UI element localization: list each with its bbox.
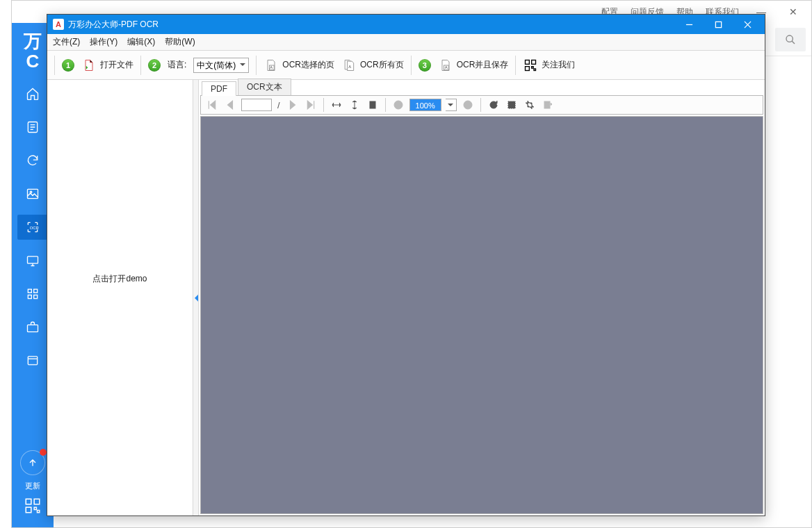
rail-image-icon[interactable] [17,181,48,206]
follow-label: 关注我们 [542,59,575,71]
parent-close-button[interactable]: ✕ [779,3,807,20]
step-3-badge: 3 [419,59,431,72]
open-file-label: 打开文件 [100,59,133,71]
step-1-badge: 1 [62,59,74,72]
rotate-button[interactable] [487,98,501,112]
step-2-badge: 2 [148,59,161,72]
ocr-selected-label: OCR选择的页 [282,59,334,71]
tabs: PDF OCR文本 [199,80,765,95]
maximize-button[interactable] [704,15,733,34]
update-label: 更新 [25,481,40,491]
rail-pdf-icon[interactable] [17,115,48,140]
svg-rect-5 [28,289,31,292]
language-label: 语言: [168,59,186,71]
app-icon [53,19,64,30]
qr-icon [523,58,538,73]
svg-rect-10 [28,356,37,365]
side-panel: 点击打开demo [47,80,193,515]
menu-bar: 文件(Z) 操作(Y) 编辑(X) 帮助(W) [47,34,765,51]
ocr-save-label: OCR并且保存 [457,59,509,71]
tab-ocr-text[interactable]: OCR文本 [238,79,291,95]
svg-rect-11 [26,499,31,504]
svg-rect-29 [508,101,515,108]
update-badge[interactable] [20,450,45,475]
open-demo-link[interactable]: 点击打开demo [92,273,147,285]
svg-text:A: A [348,65,351,69]
svg-point-2 [30,191,32,193]
ocr-all-button[interactable]: A OCR所有页 [341,58,404,73]
crop-button[interactable] [523,98,537,112]
first-page-button[interactable] [205,98,219,112]
fit-height-button[interactable] [348,98,362,112]
page-number-input[interactable] [241,99,272,111]
pdf-ocr-window: 万彩办公大师-PDF OCR 文件(Z) 操作(Y) 编辑(X) 帮助(W) 1… [47,14,765,516]
page-separator: / [276,100,282,110]
window-title: 万彩办公大师-PDF OCR [68,19,159,31]
language-select[interactable]: 中文(简体) [193,58,249,73]
rail-window-icon[interactable] [17,348,48,373]
ocr-pages-icon: A [341,58,357,73]
svg-rect-25 [534,69,536,71]
svg-text:A: A [444,65,447,69]
open-file-button[interactable]: 打开文件 [81,58,133,73]
svg-rect-24 [532,66,534,68]
export-button[interactable] [541,98,555,112]
page-toolbar: / 100% [200,95,763,115]
svg-rect-6 [34,289,38,292]
rail-screen-icon[interactable] [17,248,48,273]
ocr-selected-button[interactable]: A OCR选择的页 [263,58,334,73]
menu-help[interactable]: 帮助(W) [165,36,195,48]
tab-pdf[interactable]: PDF [202,81,236,96]
svg-rect-22 [532,60,536,64]
svg-text:A: A [270,65,273,69]
pdf-viewer[interactable] [200,116,763,514]
svg-rect-4 [28,256,38,263]
svg-rect-9 [28,325,38,332]
svg-point-14 [786,35,793,42]
svg-rect-13 [26,507,31,513]
rail-refresh-icon[interactable] [17,148,48,173]
rail-apps-icon[interactable] [17,281,48,306]
menu-edit[interactable]: 编辑(X) [127,36,155,48]
fit-width-button[interactable] [330,98,343,112]
rail-toolbox-icon[interactable] [17,315,48,340]
svg-rect-15 [715,22,721,27]
brand-logo: 万 C [24,31,42,73]
search-button[interactable] [775,28,806,51]
select-area-button[interactable] [505,98,519,112]
svg-rect-8 [34,295,38,299]
ocr-all-label: OCR所有页 [360,59,404,71]
zoom-out-button[interactable] [391,98,405,112]
zoom-in-button[interactable] [461,98,475,112]
rail-ocr-icon[interactable]: OCR [17,215,48,240]
fit-page-button[interactable] [366,98,380,112]
ocr-save-button[interactable]: A OCR并且保存 [438,58,509,73]
ocr-save-icon: A [438,58,453,73]
prev-page-button[interactable] [223,98,237,112]
ocr-page-icon: A [263,58,279,73]
rail-qr-icon[interactable] [24,497,42,518]
svg-rect-7 [28,295,31,299]
follow-us-button[interactable]: 关注我们 [523,58,575,73]
svg-rect-26 [370,101,375,108]
close-button[interactable] [733,15,762,34]
menu-file[interactable]: 文件(Z) [53,36,80,48]
next-page-button[interactable] [286,98,300,112]
open-file-icon [81,58,97,73]
zoom-dropdown[interactable] [446,99,457,111]
svg-rect-1 [28,189,38,198]
title-bar[interactable]: 万彩办公大师-PDF OCR [47,15,765,34]
rail-home-icon[interactable] [17,81,48,106]
svg-text:OCR: OCR [30,226,39,230]
minimize-button[interactable] [674,15,704,34]
last-page-button[interactable] [304,98,318,112]
svg-rect-21 [526,60,530,64]
zoom-value[interactable]: 100% [409,99,441,111]
menu-operate[interactable]: 操作(Y) [90,36,117,48]
svg-rect-30 [544,101,550,108]
svg-rect-23 [526,66,530,70]
panel-splitter[interactable] [193,80,199,515]
svg-rect-12 [34,499,40,504]
tool-bar: 1 打开文件 2 语言: 中文(简体) A OCR选择的页 A OCR所有页 3… [47,51,765,80]
